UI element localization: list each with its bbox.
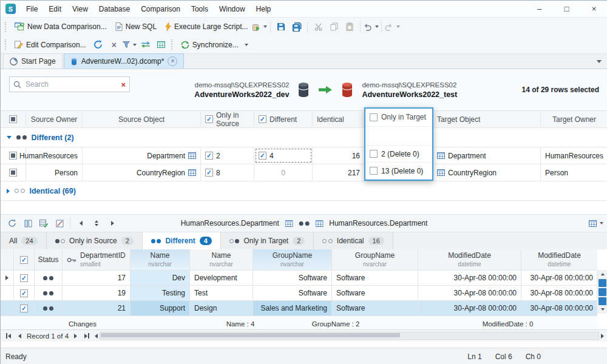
cut-button[interactable] [310,19,326,34]
only-in-target-cell[interactable]: 13 (Delete 0) [365,163,432,180]
only-in-target-header[interactable]: Only in Target [365,109,432,127]
undo-button[interactable] [363,19,379,34]
scroll-left-icon[interactable] [95,334,98,339]
close-tab-icon[interactable]: × [168,56,177,66]
menu-help[interactable]: Help [251,2,277,16]
tab-start-page[interactable]: Start Page [3,53,63,69]
col-identical[interactable]: Identical [313,111,365,127]
row-select-checkbox[interactable] [9,152,17,160]
col-different[interactable]: Different [254,111,313,127]
columns-button[interactable] [20,216,36,231]
sc roll-down-icon[interactable] [597,306,607,314]
last-record-button[interactable] [83,333,91,339]
results-grid-button[interactable] [154,38,169,52]
col-name-source[interactable]: Namenvarchar [131,249,190,270]
col-only-in-source[interactable]: Only in Source [201,111,254,127]
vertical-scrollbar[interactable] [597,270,607,314]
only-in-target-panel[interactable]: Only in Target 2 (Delete 0) 13 (Delete 0… [364,107,433,181]
tab-all[interactable]: All 24 [1,232,47,249]
first-record-button[interactable] [4,333,13,339]
data-row-selected[interactable]: 21 Support Design Sales and Marketing So… [1,301,597,316]
previous-record-button[interactable] [16,334,23,339]
scroll-right-icon[interactable] [601,334,604,339]
menu-view[interactable]: View [67,2,93,16]
cell-checkbox[interactable] [370,167,378,175]
row-checkbox[interactable] [20,289,28,297]
different-checkbox[interactable] [259,115,266,123]
tab-different[interactable]: Different 4 [143,232,221,249]
select-all-rows-checkbox[interactable] [20,256,28,264]
only-in-source-checkbox[interactable] [205,115,213,123]
next-difference-button[interactable] [104,216,120,231]
select-rows-button[interactable] [36,216,52,231]
data-row[interactable]: 19 Testing Test Software Software 30-Apr… [1,286,597,301]
expand-group-icon[interactable] [7,189,10,194]
new-data-comparison-button[interactable]: New Data Comparison... [10,19,111,34]
col-groupname-target[interactable]: GroupNamenvarchar [332,249,418,270]
select-all-checkbox[interactable] [9,115,17,123]
row-select-checkbox[interactable] [9,169,17,177]
menu-database[interactable]: Database [93,2,135,16]
menu-window[interactable]: Window [214,2,251,16]
maximize-button[interactable]: □ [553,1,580,17]
copy-button[interactable] [326,19,342,34]
redo-button[interactable] [384,19,400,34]
col-modifieddate-source[interactable]: ModifiedDatedatetime [418,249,521,270]
col-status[interactable]: Status [35,249,63,270]
close-button[interactable]: × [580,1,607,17]
paste-button[interactable] [342,19,358,34]
menu-file[interactable]: File [21,2,43,16]
refresh-comparison-button[interactable] [90,38,106,52]
menu-edit[interactable]: Edit [43,2,67,16]
view-mode-button[interactable] [4,216,20,231]
tab-only-in-target[interactable]: Only in Target 2 [221,232,314,249]
scroll-up-icon[interactable] [597,270,607,278]
col-source-object[interactable]: Source Object [83,111,201,127]
menu-tools[interactable]: Tools [186,2,214,16]
edit-comparison-button[interactable]: Edit Comparison... [10,38,90,52]
minimize-button[interactable]: – [526,1,553,17]
row-checkbox[interactable] [20,305,28,312]
col-target-owner[interactable]: Target Owner [541,111,607,127]
only-in-target-cell[interactable]: 2 (Delete 0) [365,146,432,163]
horizontal-scrollbar[interactable] [95,332,604,340]
clear-selection-button[interactable] [52,216,67,231]
scrollbar-thumb[interactable] [101,333,400,337]
tab-list-dropdown-icon[interactable] [597,60,602,63]
data-row[interactable]: 17 Dev Development Software Software 30-… [1,271,597,286]
next-record-button[interactable] [72,334,79,339]
col-target-object[interactable]: Target Object [433,111,541,127]
mapping-row[interactable]: Person CountryRegion 8 0 217 CountryRegi… [1,164,607,181]
tab-identical[interactable]: Identical 16 [314,232,393,249]
only-in-target-header-checkbox[interactable] [370,113,378,121]
scroll-thumb[interactable] [597,278,607,306]
mapping-row[interactable]: HumanResources Department 2 4 16 Departm… [1,147,607,164]
grid-options-button[interactable] [588,216,604,231]
col-modifieddate-target[interactable]: ModifiedDatedatetime [521,249,597,270]
col-groupname-source[interactable]: GroupNamenvarchar [253,249,332,270]
cell-checkbox[interactable] [259,152,266,160]
previous-difference-button[interactable] [73,216,89,231]
col-name-target[interactable]: Namenvarchar [190,249,253,270]
cell-checkbox[interactable] [370,150,378,158]
collapse-group-icon[interactable] [7,136,12,139]
toolbar-grip[interactable] [171,39,173,50]
execute-options-dropdown[interactable] [252,19,268,34]
clear-search-icon[interactable]: × [121,80,126,89]
cell-checkbox[interactable] [205,169,213,177]
new-sql-button[interactable]: New SQL [111,19,161,34]
cell-checkbox[interactable] [205,152,213,160]
col-department-id[interactable]: DepartmentIDsmallint [63,249,131,270]
menu-comparison[interactable]: Comparison [135,2,186,16]
group-row-different[interactable]: Different (2) [1,128,607,147]
save-all-button[interactable] [289,19,305,34]
synchronize-button[interactable]: Synchronize... [177,38,253,52]
col-source-owner[interactable]: Source Owner [26,111,83,127]
toolbar-grip[interactable] [5,22,7,32]
focused-cell[interactable]: 4 [254,147,313,164]
tab-only-in-source[interactable]: Only in Source 2 [47,232,143,249]
group-row-identical[interactable]: Identical (69) [1,181,607,201]
execute-large-script-button[interactable]: Execute Large Script... [161,19,252,34]
filter-dropdown-button[interactable] [122,38,138,52]
stop-button[interactable]: × [106,38,122,52]
